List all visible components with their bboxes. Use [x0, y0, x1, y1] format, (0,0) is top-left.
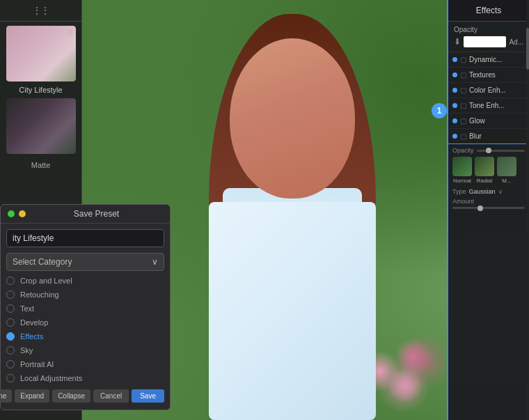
preset-matte-image	[6, 98, 76, 154]
effect-dot-textures	[452, 72, 457, 77]
effect-dot-tone-enh	[452, 103, 457, 108]
blur-amount-track[interactable]	[452, 207, 525, 209]
visibility-icon-glow[interactable]: ▢	[460, 117, 466, 125]
opacity-label: Opacity	[454, 26, 523, 33]
blur-m-icon	[497, 157, 516, 176]
right-panel: Effects Opacity ⬇ Ad... ▢ Dynamic... ▢ T…	[447, 0, 529, 420]
dialog-title: Save Preset	[30, 209, 163, 219]
opacity-adj: Ad...	[509, 38, 523, 46]
type-dropdown-arrow[interactable]: ∨	[498, 189, 503, 195]
dialog-dot-green	[8, 210, 15, 217]
dialog-buttons: All None Expand Collapse Cancel Save	[1, 385, 170, 404]
grid-icon[interactable]: ⋮⋮	[36, 6, 46, 15]
category-retouching[interactable]: Retouching	[6, 288, 164, 302]
blur-mode-icons: Normal Radial M...	[452, 157, 525, 184]
blur-normal-label: Normal	[453, 178, 471, 184]
blur-normal-icon	[452, 157, 472, 176]
opacity-bar[interactable]	[464, 36, 506, 47]
cat-circle-develop	[6, 318, 15, 327]
preset-city-lifestyle-label: City Lifestyle	[0, 86, 81, 94]
blur-opacity-thumb	[486, 148, 491, 153]
category-crop-level[interactable]: Crop and Level	[6, 274, 164, 288]
panel-top-icons: ⋮⋮	[0, 0, 81, 22]
category-sky[interactable]: Sky	[6, 343, 164, 357]
save-button[interactable]: Save	[132, 389, 164, 403]
visibility-icon-blur[interactable]: ▢	[460, 132, 466, 140]
preset-city-lifestyle[interactable]: ♡	[6, 26, 76, 81]
cancel-button[interactable]: Cancel	[93, 389, 129, 403]
expand-button[interactable]: Expand	[15, 389, 49, 403]
blur-type-value: Gaussian	[469, 188, 496, 195]
cat-circle-local-adjustments	[6, 374, 15, 382]
blur-opacity-row: Opacity	[452, 147, 525, 154]
blur-amount-slider[interactable]	[452, 207, 525, 209]
dialog-dot-yellow	[19, 210, 26, 217]
blur-amount-label: Amount	[452, 198, 525, 205]
select-category-label: Select Category	[13, 257, 72, 267]
category-develop[interactable]: Develop	[6, 316, 164, 329]
effect-row-dynamic[interactable]: ▢ Dynamic...	[448, 52, 529, 68]
category-list: Crop and Level Retouching Text Develop E…	[6, 274, 164, 385]
category-text[interactable]: Text	[6, 302, 164, 316]
effect-row-glow[interactable]: ▢ Glow	[448, 114, 529, 129]
none-button[interactable]: None	[0, 389, 12, 403]
effect-row-color-enh[interactable]: ▢ Color Enh...	[448, 83, 529, 98]
visibility-icon-textures[interactable]: ▢	[460, 71, 466, 79]
effect-row-blur[interactable]: ▢ Blur	[448, 129, 529, 144]
badge-number: 1	[432, 103, 447, 118]
blur-mode-radial[interactable]: Radial	[475, 157, 494, 184]
blur-mode-normal[interactable]: Normal	[452, 157, 472, 184]
category-local-adjustments[interactable]: Local Adjustments	[6, 371, 164, 385]
blur-section: Opacity Normal Radial M... Type Gaussian	[448, 144, 529, 212]
save-preset-dialog: Save Preset Select Category ∨ Crop and L…	[0, 204, 171, 410]
category-portrait-ai[interactable]: Portrait AI	[6, 357, 164, 371]
blur-mode-m[interactable]: M...	[497, 157, 516, 184]
blur-m-label: M...	[502, 178, 511, 184]
cat-circle-effects	[6, 332, 15, 341]
cat-circle-retouching	[6, 290, 15, 299]
dialog-title-bar: Save Preset	[1, 205, 170, 224]
cat-circle-sky	[6, 346, 15, 355]
select-category-dropdown[interactable]: Select Category ∨	[6, 253, 164, 271]
collapse-button[interactable]: Collapse	[52, 389, 90, 403]
effect-dot-glow	[452, 118, 457, 123]
blur-radial-label: Radial	[477, 178, 493, 184]
opacity-row: ⬇ Ad...	[454, 36, 523, 47]
visibility-icon-tone-enh[interactable]: ▢	[460, 102, 466, 109]
right-scrollbar[interactable]	[526, 0, 529, 420]
category-effects[interactable]: Effects	[6, 329, 164, 343]
matte-label: Matte	[0, 158, 81, 172]
blur-opacity-slider[interactable]	[477, 150, 525, 152]
blur-opacity-label: Opacity	[452, 147, 474, 154]
download-icon: ⬇	[454, 37, 461, 47]
opacity-section: Opacity ⬇ Ad...	[448, 22, 529, 52]
effect-dot-color-enh	[452, 88, 457, 93]
visibility-icon-dynamic[interactable]: ▢	[460, 56, 466, 63]
preset-city-lifestyle-image	[6, 26, 76, 81]
effect-dot-blur	[452, 134, 457, 139]
effects-header: Effects	[448, 0, 529, 22]
preset-matte[interactable]	[6, 98, 76, 154]
blur-amount-thumb	[477, 205, 483, 211]
blur-type-label: Type	[452, 188, 466, 195]
blur-type-row: Type Gaussian ∨	[452, 188, 525, 195]
right-scrollbar-thumb	[526, 28, 529, 70]
blur-radial-icon	[475, 157, 494, 176]
visibility-icon-color-enh[interactable]: ▢	[460, 86, 466, 94]
heart-icon[interactable]: ♡	[67, 29, 73, 36]
effect-row-tone-enh[interactable]: ▢ Tone Enh...	[448, 98, 529, 114]
effect-row-textures[interactable]: ▢ Textures	[448, 68, 529, 83]
chevron-down-icon: ∨	[152, 257, 158, 267]
cat-circle-text	[6, 304, 15, 313]
effect-dot-dynamic	[452, 57, 457, 62]
cat-circle-portrait-ai	[6, 360, 15, 368]
cat-circle-crop-level	[6, 277, 15, 285]
preset-name-input[interactable]	[6, 229, 164, 247]
